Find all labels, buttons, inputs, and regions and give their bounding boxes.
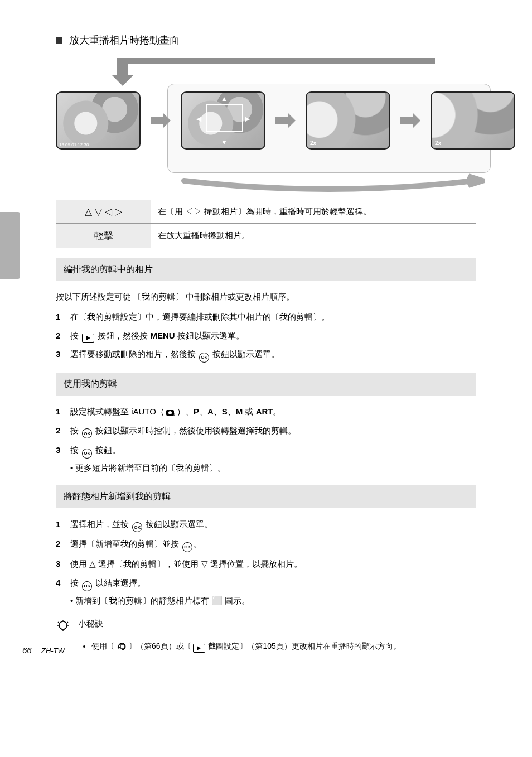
list-item: 按 OK 按鈕。 • 更多短片將新增至目前的〔我的剪輯〕。 <box>56 443 476 475</box>
step-list: 選擇相片，並按 OK 按鈕以顯示選單。 選擇〔新增至我的剪輯〕並按 OK。 使用… <box>56 517 476 607</box>
loop-arrow-icon <box>173 170 485 192</box>
list-item: 設定模式轉盤至 iAUTO（1）、P、A、S、M 或 ART。 <box>56 404 476 419</box>
list-item: 選擇要移動或刪除的相片，然後按 OK 按鈕以顯示選單。 <box>56 347 476 363</box>
substep-text: 更多短片將新增至目前的〔我的剪輯〕。 <box>75 463 226 472</box>
scroll-zoom-diagram: 13.09.01 12:30 ▲ ▼ ◀ ▶ 2x <box>56 58 476 186</box>
table-cell-desc: 在放大重播時捲動相片。 <box>151 224 476 248</box>
section-banner: 使用我的剪輯 <box>56 373 476 396</box>
thumb-zoom-frame: ▲ ▼ ◀ ▶ <box>181 91 265 150</box>
table-row: △ ▽ ◁ ▷ 在〔用 ◁▷ 掃動相片〕為開時，重播時可用於輕擊選擇。 <box>56 200 476 224</box>
table-cell-desc: 在〔用 ◁▷ 掃動相片〕為開時，重播時可用於輕擊選擇。 <box>151 200 476 224</box>
list-item: 使用 △ 選擇〔我的剪輯〕，並使用 ▽ 選擇位置，以擺放相片。 <box>56 557 476 571</box>
list-item: 按 按鈕，然後按 MENU 按鈕以顯示選單。 <box>56 329 476 343</box>
table-cell-tap: 輕擊 <box>56 224 151 248</box>
ok-button-icon: OK <box>82 449 92 459</box>
playback-icon <box>193 644 205 653</box>
list-item: 按 OK 按鈕以顯示即時控制，然後使用後轉盤選擇我的剪輯。 <box>56 423 476 439</box>
step-list: 設定模式轉盤至 iAUTO（1）、P、A、S、M 或 ART。 按 OK 按鈕以… <box>56 404 476 475</box>
section-banner: 編排我的剪輯中的相片 <box>56 258 476 281</box>
thumb-timestamp: 13.09.01 12:30 <box>59 142 89 147</box>
page-number: 66 <box>22 645 32 655</box>
list-item: 選擇相片，並按 OK 按鈕以顯示選單。 <box>56 517 476 533</box>
bullet-square-icon <box>56 37 62 44</box>
section-banner: 將靜態相片新增到我的剪輯 <box>56 485 476 508</box>
svg-point-3 <box>59 621 67 629</box>
side-tab <box>0 212 20 279</box>
arrow-right-icon <box>274 105 297 136</box>
operations-table: △ ▽ ◁ ▷ 在〔用 ◁▷ 掃動相片〕為開時，重播時可用於輕擊選擇。 輕擊 在… <box>56 200 476 248</box>
zoom-badge: 2x <box>310 140 316 146</box>
svg-point-1 <box>168 411 172 414</box>
table-row: 輕擊 在放大重播時捲動相片。 <box>56 224 476 248</box>
ok-button-icon: OK <box>182 542 192 552</box>
list-item: 使用〔〕（第66頁）或〔 截圖設定〕（第105頁）更改相片在重播時的顯示方向。 <box>91 640 476 653</box>
lightbulb-icon <box>56 619 70 635</box>
step-list: 在〔我的剪輯設定〕中，選擇要編排或刪除其中相片的〔我的剪輯〕。 按 按鈕，然後按… <box>56 310 476 363</box>
ok-button-icon: OK <box>82 428 92 438</box>
svg-rect-4 <box>120 645 124 648</box>
tips-title: 小秘訣 <box>78 619 103 629</box>
zoom-badge: 2x <box>435 140 441 146</box>
post-text: 新增到〔我的剪輯〕的靜態相片標有 ⬜ 圖示。 <box>75 596 249 605</box>
arrow-right-icon <box>399 105 422 136</box>
list-item: 在〔我的剪輯設定〕中，選擇要編排或刪除其中相片的〔我的剪輯〕。 <box>56 310 476 324</box>
ok-button-icon: OK <box>132 522 142 532</box>
return-arrow-icon <box>100 58 446 86</box>
ok-button-icon: OK <box>199 353 209 363</box>
section-bullet-heading: 放大重播相片時捲動畫面 <box>56 33 493 47</box>
list-item: 按 OK 以結束選擇。 • 新增到〔我的剪輯〕的靜態相片標有 ⬜ 圖示。 <box>56 576 476 607</box>
thumb-zoomed-2: 2x <box>431 91 515 150</box>
arrow-right-icon <box>149 105 172 136</box>
svg-text:1: 1 <box>173 412 175 416</box>
tips-row: 小秘訣 <box>56 619 476 635</box>
section-intro: 按以下所述設定可從 〔我的剪輯〕 中刪除相片或更改相片順序。 <box>56 290 476 303</box>
thumb-zoomed-1: 2x <box>306 91 390 150</box>
tips-list: 使用〔〕（第66頁）或〔 截圖設定〕（第105頁）更改相片在重播時的顯示方向。 <box>81 640 476 653</box>
camera-mode-icon: 1 <box>166 408 176 416</box>
playback-icon <box>82 334 94 343</box>
table-cell-arrows: △ ▽ ◁ ▷ <box>56 200 151 224</box>
heading-text: 放大重播相片時捲動畫面 <box>69 33 180 47</box>
list-item: 選擇〔新增至我的剪輯〕並按 OK。 <box>56 537 476 552</box>
thumb-original: 13.09.01 12:30 <box>56 91 141 150</box>
page-lang-label: ZH-TW <box>41 647 65 655</box>
rotate-icon <box>117 642 127 651</box>
ok-button-icon: OK <box>82 581 92 591</box>
